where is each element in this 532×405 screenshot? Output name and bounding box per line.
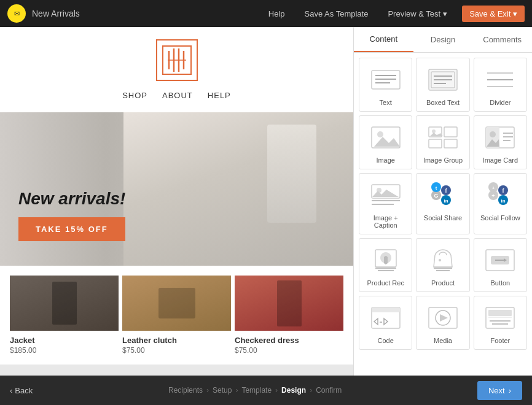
svg-point-21 [377, 131, 383, 137]
bottom-steps: Recipients › Setup › Template › Design ›… [168, 386, 342, 395]
product-item-1: Leather clutch $75.00 [122, 276, 231, 355]
block-media-label: Media [434, 337, 452, 344]
main-layout: SHOP ABOUT HELP New arrivals! TAKE 15% O… [0, 27, 532, 376]
product-image-1 [122, 276, 231, 331]
product-price-0: $185.00 [10, 346, 119, 355]
block-boxed-text-label: Boxed Text [426, 99, 460, 106]
text-icon [367, 64, 404, 95]
boxed-text-icon [424, 64, 461, 95]
help-button[interactable]: Help [264, 7, 290, 21]
hero-text-overlay: New arrivals! TAKE 15% OFF [18, 189, 125, 241]
hero-title: New arrivals! [18, 189, 125, 209]
block-image-group[interactable]: Image Group [416, 115, 469, 169]
topbar: ✉ New Arrivals Help Save As Template Pre… [0, 0, 532, 27]
step-arrow-2: › [235, 386, 238, 395]
step-design: Design [281, 386, 306, 395]
svg-rect-26 [444, 139, 457, 148]
social-share-icon: G f t in [424, 180, 461, 210]
block-image-label: Image [376, 156, 395, 164]
svg-text:✉: ✉ [14, 10, 20, 17]
step-arrow-3: › [275, 386, 278, 395]
save-exit-button[interactable]: Save & Exit ▾ [462, 6, 525, 22]
tab-design[interactable]: Design [413, 27, 473, 52]
svg-rect-79 [488, 310, 512, 316]
svg-text:G: G [434, 193, 438, 199]
svg-text:+: + [492, 185, 495, 191]
divider-icon [482, 64, 518, 95]
hero-cta-button[interactable]: TAKE 15% OFF [18, 217, 125, 241]
step-arrow-4: › [310, 386, 312, 395]
chevron-left-icon: ‹ [10, 386, 12, 395]
campaign-title: New Arrivals [32, 9, 80, 18]
block-image-card[interactable]: Image Card [474, 115, 527, 169]
panel-tabs: Content Design Comments [354, 27, 532, 53]
svg-marker-70 [384, 318, 388, 325]
step-arrow-1: › [206, 386, 209, 395]
bottom-left: ‹ Back [10, 386, 33, 395]
nav-about[interactable]: ABOUT [162, 91, 193, 100]
topbar-right: Help Save As Template Preview & Test ▾ S… [264, 6, 525, 22]
block-grid: Text Boxed Text [359, 58, 527, 350]
preview-test-button[interactable]: Preview & Test ▾ [383, 7, 452, 21]
email-header: SHOP ABOUT HELP [0, 27, 353, 112]
logo-box [156, 39, 198, 81]
right-panel: Content Design Comments Text [353, 27, 532, 376]
svg-point-60 [439, 259, 441, 261]
block-divider[interactable]: Divider [474, 58, 527, 112]
block-image[interactable]: Image [359, 115, 412, 169]
nav-help[interactable]: HELP [208, 91, 231, 100]
nav-shop[interactable]: SHOP [122, 91, 147, 100]
block-social-follow-label: Social Follow [480, 214, 520, 222]
block-text[interactable]: Text [359, 58, 412, 112]
back-button[interactable]: ‹ Back [10, 386, 33, 395]
chevron-right-icon: › [509, 386, 511, 395]
email-nav: SHOP ABOUT HELP [122, 91, 231, 100]
block-product-rec[interactable]: Product Rec [359, 238, 412, 292]
image-icon [367, 122, 404, 153]
product-icon [424, 245, 461, 276]
step-confirm: Confirm [316, 386, 342, 395]
product-image-0 [10, 276, 119, 331]
block-boxed-text[interactable]: Boxed Text [416, 58, 469, 112]
panel-content: Text Boxed Text [354, 53, 532, 376]
svg-rect-25 [429, 139, 442, 148]
svg-rect-24 [444, 127, 457, 137]
block-product-label: Product [431, 279, 455, 287]
product-item-2: Checkered dress $75.00 [235, 276, 343, 355]
block-image-card-label: Image Card [483, 156, 518, 164]
product-name-0: Jacket [10, 336, 119, 345]
product-price-1: $75.00 [122, 346, 231, 355]
block-footer[interactable]: Footer [474, 296, 527, 350]
svg-marker-69 [374, 318, 378, 325]
svg-text:in: in [501, 198, 506, 204]
block-social-share[interactable]: G f t in Social Share [416, 173, 469, 234]
media-icon [424, 303, 461, 333]
block-image-group-label: Image Group [423, 156, 463, 164]
block-button[interactable]: Button [474, 238, 527, 292]
hero-section: New arrivals! TAKE 15% OFF [0, 112, 353, 266]
product-name-1: Leather clutch [122, 336, 231, 345]
save-as-template-button[interactable]: Save As Template [300, 7, 374, 21]
block-image-caption[interactable]: Image + Caption [359, 173, 412, 234]
block-divider-label: Divider [490, 99, 510, 106]
svg-marker-38 [372, 190, 399, 197]
image-caption-icon [367, 180, 404, 210]
svg-text:in: in [444, 198, 448, 204]
email-content: SHOP ABOUT HELP New arrivals! TAKE 15% O… [0, 27, 353, 364]
block-code[interactable]: Code [359, 296, 412, 350]
topbar-left: ✉ New Arrivals [7, 4, 80, 23]
step-template: Template [241, 386, 272, 395]
tab-comments[interactable]: Comments [472, 27, 532, 52]
tab-content[interactable]: Content [354, 27, 413, 52]
block-code-label: Code [378, 337, 394, 344]
next-button[interactable]: Next › [477, 381, 522, 400]
product-grid: Jacket $185.00 Leather clutch $75.00 Che… [0, 266, 353, 364]
svg-marker-22 [374, 137, 400, 147]
block-product[interactable]: Product [416, 238, 469, 292]
chevron-down-icon: ▾ [443, 9, 447, 18]
button-icon [482, 245, 518, 276]
block-product-rec-label: Product Rec [367, 279, 404, 287]
block-media[interactable]: Media [416, 296, 469, 350]
block-social-follow[interactable]: + f + in Social Follow [474, 173, 527, 234]
email-preview-area[interactable]: SHOP ABOUT HELP New arrivals! TAKE 15% O… [0, 27, 353, 376]
